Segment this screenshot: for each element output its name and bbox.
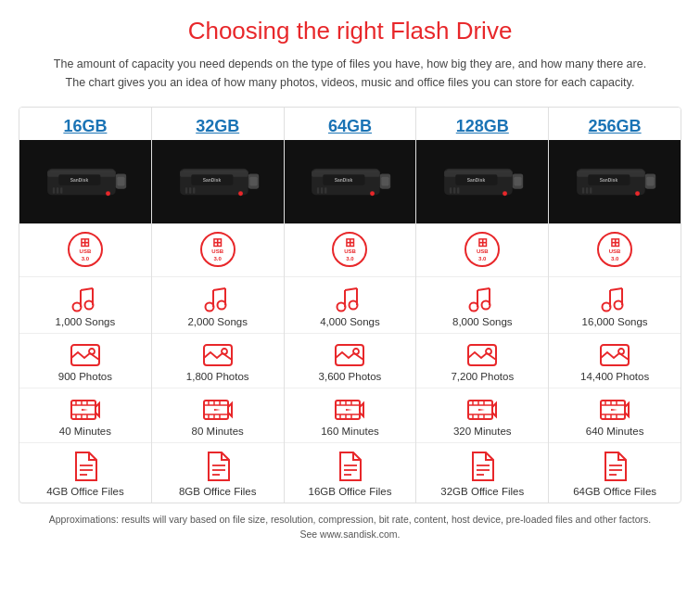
svg-rect-138 [590, 187, 592, 194]
svg-point-103 [503, 191, 507, 196]
video-icon-wrap [599, 396, 630, 422]
svg-point-81 [353, 349, 359, 354]
music-icon-wrap [467, 285, 497, 312]
svg-point-17 [89, 349, 95, 354]
capacity-label[interactable]: 32GB [196, 117, 239, 135]
svg-point-135 [635, 191, 640, 196]
photos-section: 14,400 Photos [549, 333, 681, 388]
office-section: 16GB Office Files [285, 442, 416, 503]
file-icon [72, 451, 98, 482]
songs-section: 16,000 Songs [549, 276, 681, 333]
file-icon-wrap [337, 451, 363, 482]
usb-badge-wrap: ⊞ USB 3.0 [332, 232, 367, 267]
svg-point-7 [106, 191, 110, 196]
col-header: 256GB [549, 108, 681, 140]
svg-rect-41 [189, 187, 191, 194]
svg-rect-6 [49, 170, 114, 172]
svg-line-79 [345, 288, 357, 290]
svg-rect-35 [249, 177, 257, 186]
music-icon-wrap [203, 285, 233, 312]
svg-rect-134 [579, 170, 644, 172]
songs-label: 16,000 Songs [582, 316, 648, 327]
office-section: 8GB Office Files [152, 442, 284, 503]
file-icon-wrap [469, 451, 495, 482]
office-label: 64GB Office Files [573, 486, 656, 497]
songs-label: 2,000 Songs [187, 316, 248, 327]
drive-image: SanDisk [285, 140, 416, 223]
photo-icon-wrap [466, 341, 498, 367]
video-icon [70, 396, 101, 422]
music-icon-wrap [70, 285, 100, 312]
video-icon-wrap [466, 396, 498, 422]
svg-rect-3 [117, 177, 124, 186]
minutes-label: 40 Minutes [59, 426, 111, 437]
minutes-label: 320 Minutes [453, 426, 512, 437]
usb-badge-wrap: ⊞ USB 3.0 [68, 232, 103, 267]
songs-section: 1,000 Songs [19, 276, 151, 333]
svg-rect-10 [60, 187, 62, 194]
songs-label: 1,000 Songs [56, 316, 116, 327]
video-section: 40 Minutes [19, 388, 151, 442]
svg-text:SanDisk: SanDisk [600, 178, 618, 183]
col-header: 32GB [152, 108, 284, 140]
file-icon [469, 451, 495, 482]
minutes-label: 640 Minutes [586, 426, 644, 437]
capacity-column: 16GB SanDisk [19, 108, 152, 503]
svg-rect-74 [325, 187, 326, 194]
svg-line-15 [81, 288, 93, 290]
photo-icon-wrap [202, 341, 234, 367]
minutes-label: 80 Minutes [192, 426, 244, 437]
usb-badge: ⊞ USB 3.0 [332, 232, 367, 267]
usb-badge-wrap: ⊞ USB 3.0 [200, 232, 235, 267]
svg-marker-124 [478, 409, 485, 411]
svg-point-145 [618, 349, 624, 354]
file-icon-wrap [602, 451, 628, 482]
drive-image: SanDisk [19, 140, 151, 223]
svg-marker-60 [214, 409, 221, 411]
usb-badge: ⊞ USB 3.0 [68, 232, 103, 267]
photo-icon-wrap [334, 341, 365, 367]
music-icon [600, 285, 630, 312]
svg-rect-99 [515, 177, 522, 186]
page-title: Choosing the right Flash Drive [19, 17, 681, 45]
usb-badge-wrap: ⊞ USB 3.0 [597, 232, 632, 267]
music-icon [203, 285, 233, 312]
photo-icon [202, 341, 234, 367]
svg-rect-67 [382, 177, 389, 186]
footer-note: Approximations: results will vary based … [19, 513, 681, 542]
usb-section: ⊞ USB 3.0 [285, 223, 416, 276]
capacity-label[interactable]: 64GB [328, 117, 372, 135]
video-icon [334, 396, 365, 422]
svg-marker-28 [82, 409, 88, 411]
file-icon-wrap [205, 451, 231, 482]
svg-rect-102 [447, 170, 512, 172]
svg-rect-9 [57, 187, 58, 194]
usb-badge: ⊞ USB 3.0 [597, 232, 632, 267]
office-label: 8GB Office Files [179, 486, 257, 497]
office-label: 32GB Office Files [440, 486, 524, 497]
capacity-label[interactable]: 16GB [63, 117, 107, 135]
svg-marker-92 [346, 409, 352, 411]
music-icon [335, 285, 364, 312]
svg-rect-137 [586, 187, 588, 194]
svg-rect-42 [193, 187, 195, 194]
col-header: 128GB [416, 108, 548, 140]
col-header: 64GB [285, 108, 416, 140]
capacity-label[interactable]: 128GB [456, 117, 509, 135]
office-section: 32GB Office Files [416, 442, 548, 503]
svg-text:SanDisk: SanDisk [70, 178, 89, 183]
music-icon [467, 285, 497, 312]
comparison-table: 16GB SanDisk [19, 107, 681, 503]
col-header: 16GB [19, 108, 151, 140]
photo-icon [466, 341, 498, 367]
svg-marker-19 [95, 403, 99, 416]
capacity-label[interactable]: 256GB [589, 117, 642, 135]
drive-image: SanDisk [152, 140, 284, 223]
photo-icon [334, 341, 365, 367]
usb-section: ⊞ USB 3.0 [549, 223, 681, 276]
photo-icon [70, 341, 101, 367]
songs-section: 2,000 Songs [152, 276, 284, 333]
svg-rect-104 [450, 187, 452, 194]
office-section: 4GB Office Files [19, 442, 151, 503]
photos-label: 3,600 Photos [319, 371, 382, 382]
